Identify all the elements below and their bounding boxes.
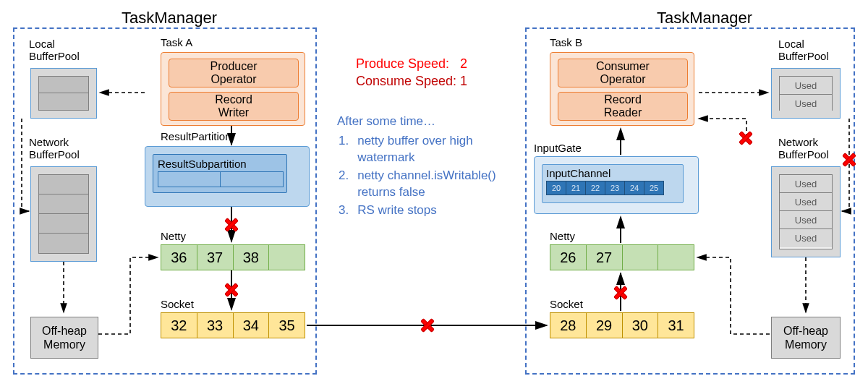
result-subpartition: ResultSubpartition [153, 154, 287, 193]
socket-left: 32 33 34 35 [161, 312, 305, 338]
local-pool-label-left: Local BufferPool [29, 38, 80, 62]
socket-cell: 31 [658, 313, 694, 338]
ic-cell: 25 [644, 181, 664, 195]
result-subpartition-label: ResultSubpartition [158, 158, 247, 170]
network-pool-right: Used Used Used Used [771, 166, 841, 257]
used-cell: Used [780, 175, 832, 193]
tm-left-title: TaskManager [122, 9, 217, 27]
tm-right-title: TaskManager [657, 9, 752, 27]
input-gate: InputChannel 20 21 22 23 24 25 [534, 156, 699, 214]
offheap-right: Off-heap Memory [771, 317, 841, 359]
local-pool-left [30, 68, 97, 119]
record-writer: Record Writer [169, 92, 299, 121]
task-b-label: Task B [550, 36, 582, 48]
resultpartition-label: ResultPartition [161, 130, 231, 142]
inputgate-label: InputGate [534, 142, 582, 154]
notes-title: After some time… [337, 114, 435, 129]
notes-list: 1.netty buffer over high watermark 2.net… [337, 132, 518, 221]
netty-right: 26 27 [550, 244, 694, 270]
produce-speed: Produce Speed: 2 [356, 56, 467, 72]
input-channel: InputChannel 20 21 22 23 24 25 [542, 164, 684, 203]
netty-cell [658, 245, 694, 270]
socket-cell: 28 [550, 313, 587, 338]
socket-cell: 29 [587, 313, 623, 338]
task-a-label: Task A [161, 36, 192, 48]
task-a: Producer Operator Record Writer [161, 52, 305, 126]
used-cell: Used [780, 193, 832, 211]
network-pool-label-left: Network BufferPool [29, 136, 80, 161]
netty-cell: 27 [587, 245, 623, 270]
record-reader: Record Reader [558, 92, 688, 121]
socket-cell: 35 [269, 313, 305, 338]
network-pool-label-right: Network BufferPool [778, 136, 829, 161]
ic-cell: 20 [546, 181, 566, 195]
task-b: Consumer Operator Record Reader [550, 52, 694, 126]
socket-cell: 30 [623, 313, 659, 338]
local-pool-label-right: Local BufferPool [778, 38, 829, 62]
netty-label-left: Netty [161, 230, 186, 242]
producer-operator: Producer Operator [169, 59, 299, 87]
socket-label-left: Socket [161, 298, 194, 310]
network-pool-left [30, 166, 97, 262]
socket-cell: 32 [161, 313, 197, 338]
ic-cell: 21 [566, 181, 586, 195]
netty-cell [623, 245, 659, 270]
netty-cell: 38 [234, 245, 270, 270]
netty-cell [269, 245, 305, 270]
netty-left: 36 37 38 [161, 244, 305, 270]
local-pool-right: Used Used [771, 68, 841, 119]
socket-label-right: Socket [550, 298, 583, 310]
cross-icon [420, 317, 435, 333]
used-cell: Used [780, 95, 832, 113]
result-partition: ResultSubpartition [145, 146, 310, 207]
socket-right: 28 29 30 31 [550, 312, 694, 338]
used-cell: Used [780, 211, 832, 229]
input-channel-label: InputChannel [546, 167, 610, 179]
ic-cell: 22 [585, 181, 605, 195]
netty-cell: 26 [550, 245, 587, 270]
socket-cell: 34 [234, 313, 270, 338]
netty-cell: 36 [161, 245, 197, 270]
offheap-left: Off-heap Memory [30, 317, 98, 359]
used-cell: Used [780, 229, 832, 247]
ic-cell: 23 [605, 181, 625, 195]
consume-speed: Consume Speed: 1 [356, 74, 467, 89]
netty-cell: 37 [197, 245, 234, 270]
used-cell: Used [780, 77, 832, 95]
ic-cell: 24 [624, 181, 644, 195]
consumer-operator: Consumer Operator [558, 59, 688, 87]
netty-label-right: Netty [550, 230, 575, 242]
socket-cell: 33 [197, 313, 234, 338]
